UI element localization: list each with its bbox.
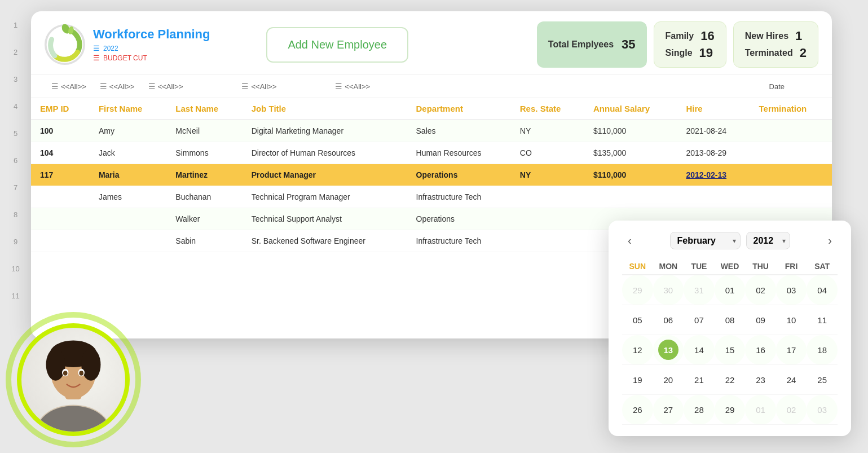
year-select[interactable]: 2010 2011 2012 2013 2014 <box>746 232 790 249</box>
state: CO <box>511 142 584 164</box>
calendar-day-cell[interactable]: 09 <box>745 305 776 335</box>
first-name <box>90 208 166 230</box>
calendar-day-cell[interactable]: 03 <box>807 395 838 425</box>
first-name <box>90 230 166 252</box>
calendar-day-cell[interactable]: 24 <box>776 365 807 395</box>
row-num: 4 <box>0 93 31 120</box>
calendar-day-cell[interactable]: 18 <box>807 335 838 365</box>
month-select[interactable]: January February March April May June Ju… <box>670 232 741 249</box>
calendar-day-cell[interactable]: 17 <box>776 335 807 365</box>
stats-area: Total Emplyees 35 Family 16 Single 19 <box>537 21 818 68</box>
cal-day-sun: SUN <box>622 258 653 275</box>
terminated-label: Terminated <box>745 48 793 58</box>
calendar-day-cell[interactable]: 25 <box>807 365 838 395</box>
calendar-day-cell[interactable]: 15 <box>715 335 746 365</box>
filter-dept[interactable]: ☰ <<All>> <box>328 80 377 93</box>
calendar-day-cell[interactable]: 29 <box>622 275 653 305</box>
app-title: Workforce Planning <box>93 27 210 42</box>
calendar-day-cell[interactable]: 05 <box>622 305 653 335</box>
budget-item: ☰ BUDGET CUT <box>93 54 210 62</box>
calendar-day-cell[interactable]: 01 <box>715 275 746 305</box>
calendar-day-cell[interactable]: 28 <box>684 395 715 425</box>
last-name: Simmons <box>166 142 242 164</box>
add-employee-button[interactable]: Add New Employee <box>266 27 408 63</box>
table-row[interactable]: 117MariaMartinezProduct ManagerOperation… <box>31 164 832 186</box>
state <box>511 208 584 230</box>
list-icon: ☰ <box>93 44 100 52</box>
filter-firstname[interactable]: ☰ <<All>> <box>93 80 142 93</box>
hire-date: 2012-02-13 <box>677 164 750 186</box>
calendar-day-cell[interactable]: 30 <box>653 275 684 305</box>
month-select-wrap: January February March April May June Ju… <box>670 232 741 249</box>
row-num: 5 <box>0 120 31 147</box>
filter-icon-3: ☰ <box>148 82 156 91</box>
last-name: Sabin <box>166 230 242 252</box>
calendar-day-cell[interactable]: 02 <box>776 395 807 425</box>
calendar-day-cell[interactable]: 14 <box>684 335 715 365</box>
row-num: 7 <box>0 174 31 201</box>
calendar-day-cell[interactable]: 16 <box>745 335 776 365</box>
calendar-day-cell[interactable]: 13 <box>653 335 684 365</box>
calendar-day-cell[interactable]: 04 <box>807 275 838 305</box>
calendar-week-row: 26272829010203 <box>622 395 838 425</box>
calendar-day-cell[interactable]: 12 <box>622 335 653 365</box>
term-date <box>750 142 832 164</box>
calendar-month-year: January February March April May June Ju… <box>670 232 790 249</box>
last-name: Walker <box>166 208 242 230</box>
calendar-day-cell[interactable]: 27 <box>653 395 684 425</box>
state <box>511 230 584 252</box>
family-single-rows: Family 16 Single 19 <box>666 29 715 60</box>
job-title: Technical Support Analyst <box>243 208 407 230</box>
calendar-day-cell[interactable]: 08 <box>715 305 746 335</box>
svg-point-9 <box>81 349 100 381</box>
calendar-day-cell[interactable]: 20 <box>653 365 684 395</box>
calendar-day-cell[interactable]: 21 <box>684 365 715 395</box>
calendar-day-cell[interactable]: 01 <box>745 395 776 425</box>
cal-day-mon: MON <box>653 258 684 275</box>
calendar-next-button[interactable]: › <box>822 232 838 249</box>
calendar-day-cell[interactable]: 19 <box>622 365 653 395</box>
first-name: James <box>90 186 166 208</box>
calendar-day-cell[interactable]: 10 <box>776 305 807 335</box>
calendar-day-cell[interactable]: 29 <box>715 395 746 425</box>
calendar-week-row: 19202122232425 <box>622 365 838 395</box>
table-row[interactable]: 104JackSimmonsDirector of Human Resource… <box>31 142 832 164</box>
cal-day-thu: THU <box>745 258 776 275</box>
calendar-day-cell[interactable]: 03 <box>776 275 807 305</box>
filter-icon-5: ☰ <box>335 82 342 91</box>
terminated-value: 2 <box>800 46 807 60</box>
filter-empid[interactable]: ☰ <<All>> <box>45 80 93 93</box>
calendar-day-cell[interactable]: 22 <box>715 365 746 395</box>
job-title: Technical Program Manager <box>243 186 407 208</box>
hire-date: 2021-08-24 <box>677 120 750 142</box>
calendar-day-cell[interactable]: 26 <box>622 395 653 425</box>
header: Workforce Planning ☰ 2022 ☰ BUDGET CUT A… <box>31 11 832 75</box>
filter-icon-1: ☰ <box>51 82 59 91</box>
calendar-prev-button[interactable]: ‹ <box>622 232 637 249</box>
new-hires-value: 1 <box>795 29 802 43</box>
table-row[interactable]: 100AmyMcNeilDigital Marketing ManagerSal… <box>31 120 832 142</box>
hire-date <box>677 186 750 208</box>
calendar-day-cell[interactable]: 23 <box>745 365 776 395</box>
calendar-day-cell[interactable]: 02 <box>745 275 776 305</box>
svg-point-8 <box>46 349 65 381</box>
calendar-day-cell[interactable]: 31 <box>684 275 715 305</box>
calendar-popup: ‹ January February March April May June … <box>609 221 851 436</box>
salary: $135,000 <box>584 142 677 164</box>
col-salary: Annual Salary <box>584 98 677 120</box>
logo-text: Workforce Planning ☰ 2022 ☰ BUDGET CUT <box>93 27 210 62</box>
filter-jobtitle[interactable]: ☰ <<All>> <box>235 80 283 93</box>
table-row[interactable]: JamesBuchananTechnical Program ManagerIn… <box>31 186 832 208</box>
calendar-day-cell[interactable]: 11 <box>807 305 838 335</box>
date-label: Date <box>769 82 818 91</box>
calendar-day-cell[interactable]: 06 <box>653 305 684 335</box>
col-lastname: Last Name <box>166 98 242 120</box>
dept: Sales <box>407 120 511 142</box>
term-date <box>750 120 832 142</box>
logo-subtitle: ☰ 2022 ☰ BUDGET CUT <box>93 44 210 62</box>
filter-lastname[interactable]: ☰ <<All>> <box>142 80 190 93</box>
calendar-day-headers: SUN MON TUE WED THU FRI SAT <box>622 258 838 275</box>
calendar-day-cell[interactable]: 07 <box>684 305 715 335</box>
state: NY <box>511 120 584 142</box>
hires-terminated-card: New Hires 1 Terminated 2 <box>733 21 818 68</box>
